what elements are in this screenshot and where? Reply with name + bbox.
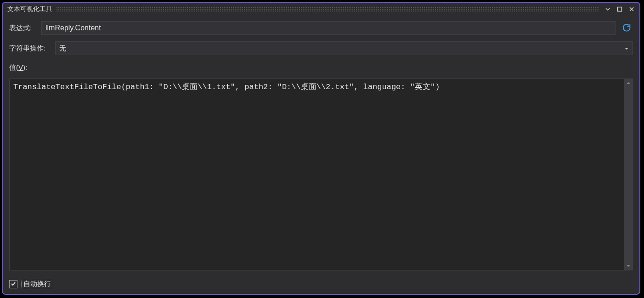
refresh-icon bbox=[621, 22, 632, 34]
string-op-row: 字符串操作: 无 bbox=[9, 41, 633, 55]
maximize-button[interactable] bbox=[615, 5, 625, 14]
value-textarea[interactable]: TranslateTextFileToFile(path1: "D:\\桌面\\… bbox=[10, 79, 624, 270]
expression-input[interactable] bbox=[41, 21, 616, 35]
string-op-selected: 无 bbox=[59, 44, 66, 53]
close-button[interactable] bbox=[627, 5, 637, 14]
wrap-checkbox-label[interactable]: 自动换行 bbox=[21, 279, 53, 289]
expression-label: 表达式: bbox=[9, 24, 37, 33]
scroll-down-icon[interactable] bbox=[624, 262, 633, 270]
vertical-scrollbar[interactable] bbox=[624, 79, 633, 270]
string-op-dropdown[interactable]: 无 bbox=[55, 41, 633, 55]
check-icon bbox=[11, 281, 16, 288]
titlebar-grip[interactable] bbox=[56, 6, 599, 12]
titlebar[interactable]: 文本可视化工具 bbox=[3, 3, 639, 16]
string-op-label: 字符串操作: bbox=[9, 44, 51, 53]
window-controls bbox=[603, 5, 637, 14]
text-visualizer-window: 文本可视化工具 表达式: 字符串操作: bbox=[2, 2, 640, 295]
value-label: 值(V): bbox=[9, 62, 633, 72]
scroll-up-icon[interactable] bbox=[624, 79, 633, 87]
dropdown-button[interactable] bbox=[603, 5, 613, 14]
expression-row: 表达式: bbox=[9, 21, 633, 35]
svg-rect-0 bbox=[618, 7, 622, 11]
window-body: 表达式: 字符串操作: 无 值(V): TranslateTextFileToF… bbox=[3, 16, 639, 294]
chevron-down-icon bbox=[624, 45, 629, 52]
window-title: 文本可视化工具 bbox=[7, 5, 52, 13]
refresh-button[interactable] bbox=[620, 22, 633, 34]
wrap-checkbox[interactable] bbox=[9, 280, 17, 288]
value-area-container: TranslateTextFileToFile(path1: "D:\\桌面\\… bbox=[9, 79, 633, 270]
footer-row: 自动换行 bbox=[9, 277, 633, 289]
